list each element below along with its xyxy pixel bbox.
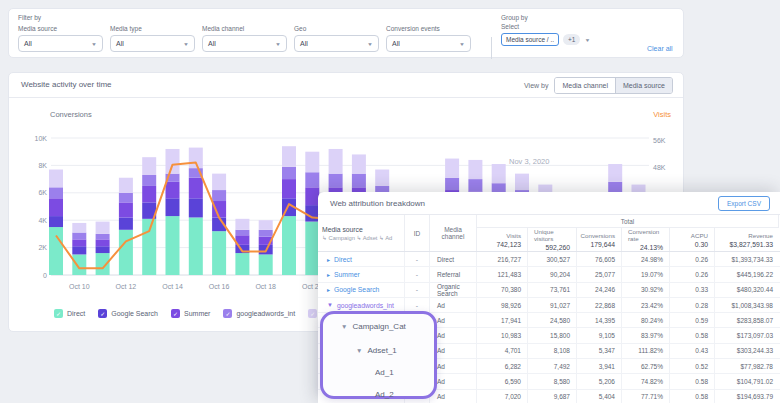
filter-select-media-source[interactable]: All▼ [18, 35, 103, 52]
col-header-visits: Visits742,123 [477, 228, 528, 251]
conversions-cell: 14,395 [577, 313, 622, 327]
filter-select-conversion-events[interactable]: All▼ [386, 35, 471, 52]
bar-segment-other [375, 170, 389, 186]
acpu-cell: 0.52 [670, 359, 715, 373]
visits-cell: 6,590 [477, 374, 528, 388]
chevron-down-icon: ▼ [459, 41, 465, 46]
filter-select-media-type[interactable]: All▼ [110, 35, 195, 52]
caret-down-icon[interactable]: ▼ [327, 302, 333, 308]
media-channel-cell: Ad [430, 328, 477, 342]
bar-segment-google-search [96, 246, 110, 253]
filter-select-geo[interactable]: All▼ [294, 35, 379, 52]
legend-item-direct: ✓Direct [54, 309, 85, 318]
media-source-hierarchy-label: ↳ Campaign ↳ Adset ↳ Ad [322, 235, 400, 241]
visits-cell: 216,727 [477, 252, 528, 266]
filter-select-value: All [208, 40, 216, 47]
legend-checkbox[interactable]: ✓ [54, 309, 63, 318]
bar-segment-googleadwords_int [96, 234, 110, 239]
chevron-down-icon[interactable]: ▼ [584, 37, 590, 42]
bar-segment-direct [212, 231, 226, 275]
bar-segment-other [119, 178, 133, 193]
caret-right-icon[interactable]: ▸ [327, 286, 330, 293]
x-axis-tick: Oct 14 [162, 283, 183, 290]
filter-field-label: Media source [18, 25, 103, 32]
group-by-more-badge[interactable]: +1 [563, 34, 580, 45]
conversion-rate-cell: 19.07% [622, 267, 670, 281]
conversion-rate-cell: 62.75% [622, 359, 670, 373]
group-by-select-label: Select [501, 23, 590, 30]
media-source-link[interactable]: googleadwords_int [337, 302, 394, 309]
bar-segment-summer [166, 182, 180, 198]
legend-checkbox[interactable]: ✓ [308, 309, 317, 318]
media-source-cell[interactable]: ▸Google Search [318, 283, 405, 297]
conversions-cell: 9,105 [577, 328, 622, 342]
legend-checkbox[interactable]: ✓ [98, 309, 107, 318]
conversion-rate-cell: 23.42% [622, 298, 670, 312]
bar-segment-other [166, 149, 180, 174]
bar-segment-summer [96, 239, 110, 246]
bar-segment-google-search [119, 217, 133, 229]
filter-select-media-channel[interactable]: All▼ [202, 35, 287, 52]
bar-segment-googleadwords_int [72, 233, 86, 240]
media-source-link[interactable]: Direct [334, 256, 352, 263]
media-channel-cell: Ad [430, 344, 477, 358]
bar-segment-direct [235, 253, 249, 275]
col-header-media-channel: Media channel [430, 215, 477, 251]
bar-segment-google-search [49, 216, 63, 227]
metric-total-value: 0.30 [695, 241, 708, 248]
bar-segment-googleadwords_int [445, 178, 459, 190]
conversions-cell: 22,868 [577, 298, 622, 312]
bar-segment-other [96, 222, 110, 234]
callout-node-label: Ad_1 [375, 368, 394, 377]
id-cell: - [405, 252, 430, 266]
legend-item-googleadwords_int: ✓googleadwords_int [223, 309, 295, 318]
filter-select-value: All [24, 40, 32, 47]
acpu-cell: 0.58 [670, 390, 715, 403]
caret-right-icon[interactable]: ▸ [327, 256, 330, 263]
table-card-header: Web attribution breakdown Export CSV [318, 192, 780, 215]
media-channel-cell: Direct [430, 252, 477, 266]
callout-node-ad_1[interactable]: Ad_1 [375, 368, 394, 377]
acpu-cell: 0.58 [670, 328, 715, 342]
unique-visitors-cell: 7,492 [528, 359, 577, 373]
media-channel-cell: Ad [430, 313, 477, 327]
conversion-rate-cell: 80.24% [622, 313, 670, 327]
conversion-rate-cell: 111.82% [622, 344, 670, 358]
callout-node-label: Adset_1 [367, 346, 396, 355]
clear-all-link[interactable]: Clear all [647, 45, 673, 52]
acpu-cell: 0.33 [670, 283, 715, 297]
caret-down-icon[interactable]: ▼ [356, 347, 362, 354]
callout-node-ad_2[interactable]: Ad_2 [375, 390, 394, 399]
legend-checkbox[interactable]: ✓ [171, 309, 180, 318]
bar-segment-direct [259, 254, 273, 275]
bar-segment-other [352, 154, 366, 173]
bar-segment-other [515, 174, 529, 190]
bar-segment-googleadwords_int [305, 172, 319, 187]
export-csv-button[interactable]: Export CSV [718, 196, 770, 211]
bar-segment-other [142, 157, 156, 175]
group-by-chip[interactable]: Media source / .. [501, 33, 559, 46]
unique-visitors-cell: 15,800 [528, 328, 577, 342]
media-source-link[interactable]: Google Search [334, 286, 379, 293]
toggle-media-source[interactable]: Media source [615, 78, 672, 93]
unique-visitors-cell: 24,580 [528, 313, 577, 327]
unique-visitors-cell: 9,687 [528, 390, 577, 403]
caret-right-icon[interactable]: ▸ [327, 271, 330, 278]
callout-node-campaign_cat[interactable]: ▼Campaign_Cat [341, 322, 406, 331]
callout-node-adset_1[interactable]: ▼Adset_1 [356, 346, 397, 355]
media-source-cell[interactable]: ▸Direct [318, 252, 405, 266]
dashboard-page: Filter by Media sourceAll▼Media typeAll▼… [0, 0, 780, 403]
legend-item-google-search: ✓Google Search [98, 309, 158, 318]
callout-node-label: Campaign_Cat [352, 322, 405, 331]
revenue-cell: $194,693.79 [715, 390, 779, 403]
bar-segment-googleadwords_int [119, 193, 133, 203]
toggle-media-channel[interactable]: Media channel [555, 78, 615, 93]
caret-down-icon[interactable]: ▼ [341, 323, 347, 330]
conversions-cell: 25,077 [577, 267, 622, 281]
media-source-cell[interactable]: ▸Summer [318, 267, 405, 281]
filter-fields: Media sourceAll▼Media typeAll▼Media chan… [18, 25, 471, 52]
conversion-rate-cell: 77.71% [622, 390, 670, 403]
legend-checkbox[interactable]: ✓ [223, 309, 232, 318]
media-source-link[interactable]: Summer [334, 271, 360, 278]
hierarchy-callout: ▼Campaign_Cat▼Adset_1Ad_1Ad_2 [320, 311, 437, 399]
